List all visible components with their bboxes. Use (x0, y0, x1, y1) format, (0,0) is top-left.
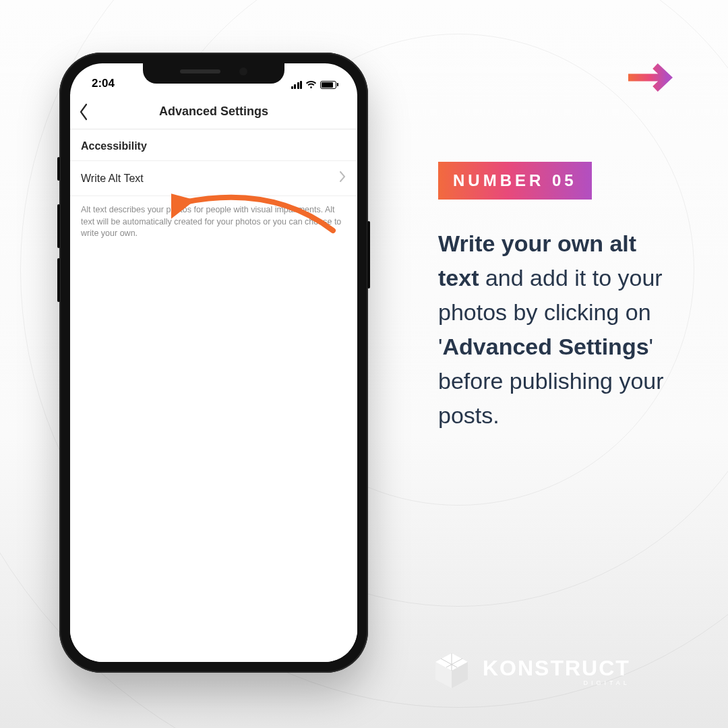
tip-text: Write your own alt text and add it to yo… (438, 226, 681, 433)
page-title: Advanced Settings (159, 104, 268, 119)
back-button[interactable] (78, 94, 89, 129)
write-alt-text-row[interactable]: Write Alt Text (70, 161, 357, 196)
phone-mockup: 2:04 Advanced Settings Accessibility Wri… (59, 53, 368, 673)
alt-text-hint: Alt text describes your photos for peopl… (70, 196, 357, 248)
next-arrow-icon (626, 59, 679, 98)
battery-icon (320, 81, 338, 89)
slide-number-badge: NUMBER 05 (438, 162, 592, 200)
chevron-right-icon (338, 170, 346, 187)
row-label: Write Alt Text (81, 173, 144, 185)
phone-notch (143, 63, 284, 84)
brand-logo: KONSTRUCT DIGITAL (431, 650, 630, 691)
tip-bold-2: Advanced Settings (443, 334, 649, 359)
section-header-accessibility: Accessibility (70, 129, 357, 161)
chevron-left-icon (78, 102, 89, 121)
cube-icon (431, 650, 472, 691)
app-header: Advanced Settings (70, 94, 357, 129)
brand-name: KONSTRUCT (483, 656, 630, 681)
signal-icon (291, 81, 303, 89)
status-time: 2:04 (92, 77, 115, 90)
wifi-icon (305, 79, 317, 90)
